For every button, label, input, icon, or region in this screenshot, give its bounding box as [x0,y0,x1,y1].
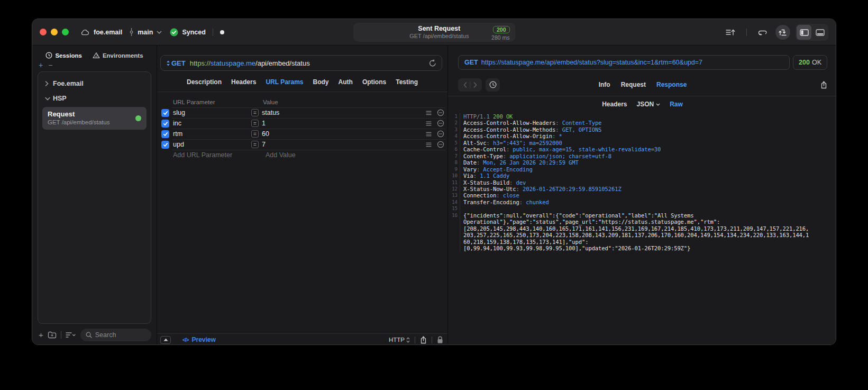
param-enabled-checkbox[interactable] [161,120,169,128]
editor-tab-options[interactable]: Options [362,78,386,86]
minimize-window-button[interactable] [51,29,58,35]
bottom-panel-toggle-icon[interactable] [812,25,827,40]
reload-icon[interactable] [429,59,436,67]
param-value[interactable]: status [262,109,426,116]
response-tab-info[interactable]: Info [599,81,610,88]
column-header-url-parameter: URL Parameter [173,99,263,105]
remove-session-button[interactable]: − [48,61,52,69]
request-url-bar[interactable]: GET https://statuspage.me/api/embed/stat… [160,55,442,71]
forward-button[interactable] [470,82,480,88]
session-tree-panel: Foe.email HSP Request GET /api/embed/sta… [38,71,151,324]
activity-title: Sent Request [387,25,492,32]
protocol-selector[interactable]: HTTP [389,337,410,343]
editor-tab-headers[interactable]: Headers [231,78,256,86]
response-tab-response[interactable]: Response [656,81,687,88]
param-name[interactable]: rtm [173,130,251,138]
sent-request-url[interactable]: GET https://statuspage.me/api/embed/stat… [458,55,790,70]
param-enabled-checkbox[interactable] [161,109,169,117]
chevron-right-icon[interactable] [45,81,50,86]
param-enabled-checkbox[interactable] [161,130,169,138]
branch-name[interactable]: main [138,29,153,36]
clock-icon [45,52,52,59]
response-line: 14Transfer-Encoding: chunked [448,199,836,205]
response-line: 3Access-Control-Allow-Methods: GET, OPTI… [448,126,836,133]
response-subtab-json[interactable]: JSON [637,101,661,108]
search-placeholder: Search [95,331,116,339]
response-subtab-raw[interactable]: Raw [670,101,683,108]
remove-param-icon[interactable] [437,109,444,116]
export-response-icon[interactable] [820,81,827,89]
remove-param-icon[interactable] [437,130,444,138]
add-session-button[interactable]: + [39,61,43,69]
response-subtab-headers[interactable]: Headers [602,101,627,108]
line-number [448,245,458,251]
close-window-button[interactable] [40,29,47,35]
param-options-icon[interactable] [426,111,432,115]
sidebar-search-input[interactable]: Search [80,329,151,341]
tab-environments[interactable]: Environments [93,52,143,59]
tree-item-foe-email[interactable]: Foe.email [41,76,148,91]
project-name[interactable]: foe.email [94,29,122,36]
response-line: 11X-Status-Build: dev [448,179,836,186]
add-request-button[interactable]: + [39,330,43,339]
param-options-icon[interactable] [426,132,432,137]
code-icon: </> [182,337,188,343]
param-value[interactable]: 7 [262,141,426,148]
add-value-placeholder[interactable]: Add Value [266,151,296,159]
sort-list-icon[interactable] [66,332,76,338]
param-options-icon[interactable] [426,121,432,126]
response-body[interactable]: 1HTTP/1.1 200 OK2Access-Control-Allow-He… [448,113,836,252]
method-selector[interactable]: GET [166,59,186,67]
share-icon[interactable] [420,336,427,344]
activity-pill[interactable]: Sent Request GET /api/embed/status 200 2… [353,23,515,42]
response-line: 4Access-Control-Allow-Origin: * [448,133,836,139]
line-number: 10 [448,173,458,179]
remove-param-icon[interactable] [437,120,444,127]
remove-param-icon[interactable] [437,141,444,148]
add-url-parameter-placeholder[interactable]: Add URL Parameter [173,151,255,159]
flow-loop-icon[interactable] [755,25,770,40]
back-button[interactable] [460,82,470,88]
cloud-icon [80,29,90,35]
traffic-lights [40,29,69,35]
sync-status-label[interactable]: Synced [182,29,205,36]
status-code-badge: 200 [493,26,510,34]
param-enabled-checkbox[interactable] [161,141,169,149]
param-name[interactable]: inc [173,120,251,127]
editor-tab-body[interactable]: Body [313,78,329,86]
line-content: Alt-Svc: h3=":443"; ma=2592000 [463,140,562,146]
sidebar-request-item[interactable]: Request GET /api/embed/status [42,107,147,130]
response-tab-request[interactable]: Request [621,81,646,88]
editor-footer: </> Preview HTTP [157,333,447,345]
url-param-row: slug=status [157,107,447,118]
editor-tab-auth[interactable]: Auth [339,78,353,86]
footer-divider [432,337,432,343]
param-value[interactable]: 1 [262,120,426,127]
editor-tab-testing[interactable]: Testing [396,78,418,86]
send-to-box-icon[interactable] [775,25,790,40]
tab-sessions[interactable]: Sessions [45,52,82,59]
response-line: Operational"},"page":"status","page_url"… [448,219,836,225]
line-number: 8 [448,159,458,166]
new-group-folder-icon[interactable] [48,331,57,339]
response-line: 8Date: Mon, 26 Jan 2026 20:29:59 GMT [448,159,836,166]
response-line: 15 [448,205,836,212]
expand-panel-button[interactable] [160,336,171,344]
history-clock-button[interactable] [486,78,500,92]
param-options-icon[interactable] [426,142,432,147]
tree-item-hsp[interactable]: HSP [41,91,148,106]
add-param-row[interactable]: Add URL Parameter Add Value [157,150,447,160]
editor-tab-description[interactable]: Description [187,78,222,86]
zoom-window-button[interactable] [62,29,69,35]
editor-tab-url-params[interactable]: URL Params [266,78,303,86]
chevron-down-icon[interactable] [157,31,162,34]
chevron-down-icon[interactable] [45,97,50,101]
param-value[interactable]: 60 [262,130,426,138]
search-icon [86,332,92,338]
left-panel-toggle-icon[interactable] [797,25,811,40]
import-export-icon[interactable] [723,25,738,40]
param-name[interactable]: slug [173,109,251,116]
response-line: 7Content-Type: application/json; charset… [448,153,836,159]
param-name[interactable]: upd [173,141,251,148]
preview-button[interactable]: </> Preview [182,336,216,343]
